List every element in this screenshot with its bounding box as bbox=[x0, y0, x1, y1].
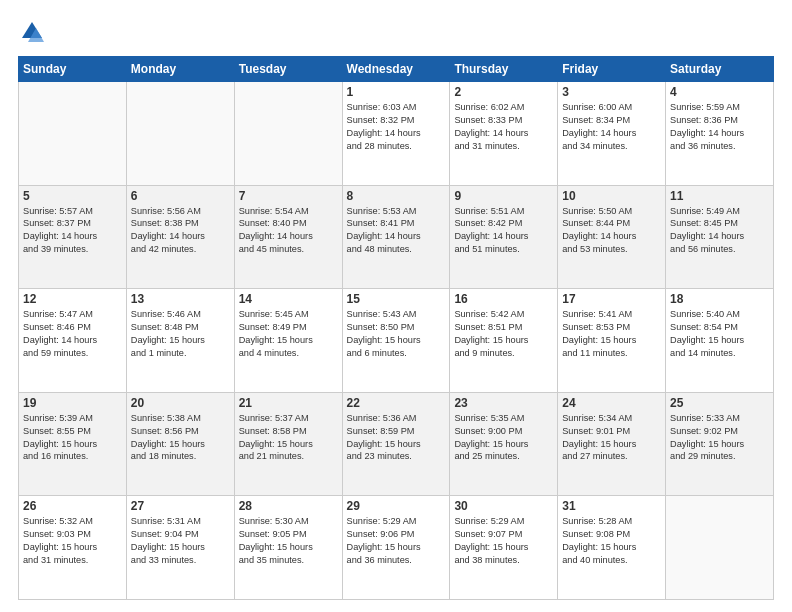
day-info: Sunrise: 5:30 AM Sunset: 9:05 PM Dayligh… bbox=[239, 515, 338, 567]
day-number: 13 bbox=[131, 292, 230, 306]
day-number: 8 bbox=[347, 189, 446, 203]
day-info: Sunrise: 5:40 AM Sunset: 8:54 PM Dayligh… bbox=[670, 308, 769, 360]
day-info: Sunrise: 5:32 AM Sunset: 9:03 PM Dayligh… bbox=[23, 515, 122, 567]
day-number: 3 bbox=[562, 85, 661, 99]
day-info: Sunrise: 5:53 AM Sunset: 8:41 PM Dayligh… bbox=[347, 205, 446, 257]
calendar-cell: 15Sunrise: 5:43 AM Sunset: 8:50 PM Dayli… bbox=[342, 289, 450, 393]
page: SundayMondayTuesdayWednesdayThursdayFrid… bbox=[0, 0, 792, 612]
calendar-cell bbox=[126, 82, 234, 186]
day-number: 7 bbox=[239, 189, 338, 203]
calendar-cell: 26Sunrise: 5:32 AM Sunset: 9:03 PM Dayli… bbox=[19, 496, 127, 600]
calendar-cell: 19Sunrise: 5:39 AM Sunset: 8:55 PM Dayli… bbox=[19, 392, 127, 496]
calendar-cell: 31Sunrise: 5:28 AM Sunset: 9:08 PM Dayli… bbox=[558, 496, 666, 600]
logo-icon bbox=[18, 18, 46, 46]
day-info: Sunrise: 5:49 AM Sunset: 8:45 PM Dayligh… bbox=[670, 205, 769, 257]
calendar-cell: 12Sunrise: 5:47 AM Sunset: 8:46 PM Dayli… bbox=[19, 289, 127, 393]
day-info: Sunrise: 5:42 AM Sunset: 8:51 PM Dayligh… bbox=[454, 308, 553, 360]
day-number: 16 bbox=[454, 292, 553, 306]
calendar-cell: 1Sunrise: 6:03 AM Sunset: 8:32 PM Daylig… bbox=[342, 82, 450, 186]
calendar-cell bbox=[666, 496, 774, 600]
day-number: 24 bbox=[562, 396, 661, 410]
calendar-cell: 9Sunrise: 5:51 AM Sunset: 8:42 PM Daylig… bbox=[450, 185, 558, 289]
calendar-cell: 21Sunrise: 5:37 AM Sunset: 8:58 PM Dayli… bbox=[234, 392, 342, 496]
day-number: 30 bbox=[454, 499, 553, 513]
calendar-header-tuesday: Tuesday bbox=[234, 57, 342, 82]
day-info: Sunrise: 5:33 AM Sunset: 9:02 PM Dayligh… bbox=[670, 412, 769, 464]
calendar-week-row: 12Sunrise: 5:47 AM Sunset: 8:46 PM Dayli… bbox=[19, 289, 774, 393]
day-info: Sunrise: 5:43 AM Sunset: 8:50 PM Dayligh… bbox=[347, 308, 446, 360]
day-number: 19 bbox=[23, 396, 122, 410]
day-number: 6 bbox=[131, 189, 230, 203]
calendar-cell: 6Sunrise: 5:56 AM Sunset: 8:38 PM Daylig… bbox=[126, 185, 234, 289]
calendar-cell: 29Sunrise: 5:29 AM Sunset: 9:06 PM Dayli… bbox=[342, 496, 450, 600]
day-number: 10 bbox=[562, 189, 661, 203]
day-info: Sunrise: 5:35 AM Sunset: 9:00 PM Dayligh… bbox=[454, 412, 553, 464]
calendar-header-row: SundayMondayTuesdayWednesdayThursdayFrid… bbox=[19, 57, 774, 82]
day-info: Sunrise: 5:37 AM Sunset: 8:58 PM Dayligh… bbox=[239, 412, 338, 464]
day-info: Sunrise: 5:34 AM Sunset: 9:01 PM Dayligh… bbox=[562, 412, 661, 464]
day-number: 26 bbox=[23, 499, 122, 513]
header bbox=[18, 18, 774, 46]
day-number: 15 bbox=[347, 292, 446, 306]
logo bbox=[18, 18, 50, 46]
calendar-week-row: 1Sunrise: 6:03 AM Sunset: 8:32 PM Daylig… bbox=[19, 82, 774, 186]
day-number: 22 bbox=[347, 396, 446, 410]
calendar-cell: 24Sunrise: 5:34 AM Sunset: 9:01 PM Dayli… bbox=[558, 392, 666, 496]
calendar-cell: 10Sunrise: 5:50 AM Sunset: 8:44 PM Dayli… bbox=[558, 185, 666, 289]
day-info: Sunrise: 6:02 AM Sunset: 8:33 PM Dayligh… bbox=[454, 101, 553, 153]
calendar-cell: 23Sunrise: 5:35 AM Sunset: 9:00 PM Dayli… bbox=[450, 392, 558, 496]
day-number: 25 bbox=[670, 396, 769, 410]
calendar-cell: 27Sunrise: 5:31 AM Sunset: 9:04 PM Dayli… bbox=[126, 496, 234, 600]
calendar-header-saturday: Saturday bbox=[666, 57, 774, 82]
day-number: 23 bbox=[454, 396, 553, 410]
calendar-cell: 2Sunrise: 6:02 AM Sunset: 8:33 PM Daylig… bbox=[450, 82, 558, 186]
day-info: Sunrise: 5:45 AM Sunset: 8:49 PM Dayligh… bbox=[239, 308, 338, 360]
day-number: 18 bbox=[670, 292, 769, 306]
calendar-cell: 22Sunrise: 5:36 AM Sunset: 8:59 PM Dayli… bbox=[342, 392, 450, 496]
day-number: 31 bbox=[562, 499, 661, 513]
calendar-cell: 17Sunrise: 5:41 AM Sunset: 8:53 PM Dayli… bbox=[558, 289, 666, 393]
calendar-cell: 20Sunrise: 5:38 AM Sunset: 8:56 PM Dayli… bbox=[126, 392, 234, 496]
day-number: 21 bbox=[239, 396, 338, 410]
calendar-week-row: 5Sunrise: 5:57 AM Sunset: 8:37 PM Daylig… bbox=[19, 185, 774, 289]
calendar-header-friday: Friday bbox=[558, 57, 666, 82]
day-info: Sunrise: 5:59 AM Sunset: 8:36 PM Dayligh… bbox=[670, 101, 769, 153]
day-number: 5 bbox=[23, 189, 122, 203]
day-info: Sunrise: 5:38 AM Sunset: 8:56 PM Dayligh… bbox=[131, 412, 230, 464]
calendar-header-wednesday: Wednesday bbox=[342, 57, 450, 82]
day-info: Sunrise: 5:57 AM Sunset: 8:37 PM Dayligh… bbox=[23, 205, 122, 257]
day-info: Sunrise: 5:46 AM Sunset: 8:48 PM Dayligh… bbox=[131, 308, 230, 360]
day-number: 28 bbox=[239, 499, 338, 513]
calendar-cell bbox=[19, 82, 127, 186]
day-info: Sunrise: 5:36 AM Sunset: 8:59 PM Dayligh… bbox=[347, 412, 446, 464]
calendar-cell: 7Sunrise: 5:54 AM Sunset: 8:40 PM Daylig… bbox=[234, 185, 342, 289]
calendar-table: SundayMondayTuesdayWednesdayThursdayFrid… bbox=[18, 56, 774, 600]
calendar-cell: 3Sunrise: 6:00 AM Sunset: 8:34 PM Daylig… bbox=[558, 82, 666, 186]
day-info: Sunrise: 5:31 AM Sunset: 9:04 PM Dayligh… bbox=[131, 515, 230, 567]
day-number: 29 bbox=[347, 499, 446, 513]
calendar-cell: 30Sunrise: 5:29 AM Sunset: 9:07 PM Dayli… bbox=[450, 496, 558, 600]
calendar-cell: 28Sunrise: 5:30 AM Sunset: 9:05 PM Dayli… bbox=[234, 496, 342, 600]
day-number: 27 bbox=[131, 499, 230, 513]
calendar-cell: 16Sunrise: 5:42 AM Sunset: 8:51 PM Dayli… bbox=[450, 289, 558, 393]
calendar-header-monday: Monday bbox=[126, 57, 234, 82]
calendar-cell: 14Sunrise: 5:45 AM Sunset: 8:49 PM Dayli… bbox=[234, 289, 342, 393]
calendar-week-row: 19Sunrise: 5:39 AM Sunset: 8:55 PM Dayli… bbox=[19, 392, 774, 496]
day-number: 14 bbox=[239, 292, 338, 306]
day-number: 1 bbox=[347, 85, 446, 99]
calendar-cell: 8Sunrise: 5:53 AM Sunset: 8:41 PM Daylig… bbox=[342, 185, 450, 289]
calendar-cell bbox=[234, 82, 342, 186]
day-number: 4 bbox=[670, 85, 769, 99]
day-info: Sunrise: 6:00 AM Sunset: 8:34 PM Dayligh… bbox=[562, 101, 661, 153]
day-number: 11 bbox=[670, 189, 769, 203]
calendar-cell: 5Sunrise: 5:57 AM Sunset: 8:37 PM Daylig… bbox=[19, 185, 127, 289]
calendar-cell: 13Sunrise: 5:46 AM Sunset: 8:48 PM Dayli… bbox=[126, 289, 234, 393]
calendar-cell: 4Sunrise: 5:59 AM Sunset: 8:36 PM Daylig… bbox=[666, 82, 774, 186]
day-info: Sunrise: 5:51 AM Sunset: 8:42 PM Dayligh… bbox=[454, 205, 553, 257]
day-info: Sunrise: 5:41 AM Sunset: 8:53 PM Dayligh… bbox=[562, 308, 661, 360]
day-number: 20 bbox=[131, 396, 230, 410]
day-info: Sunrise: 6:03 AM Sunset: 8:32 PM Dayligh… bbox=[347, 101, 446, 153]
day-info: Sunrise: 5:47 AM Sunset: 8:46 PM Dayligh… bbox=[23, 308, 122, 360]
calendar-cell: 11Sunrise: 5:49 AM Sunset: 8:45 PM Dayli… bbox=[666, 185, 774, 289]
day-info: Sunrise: 5:39 AM Sunset: 8:55 PM Dayligh… bbox=[23, 412, 122, 464]
